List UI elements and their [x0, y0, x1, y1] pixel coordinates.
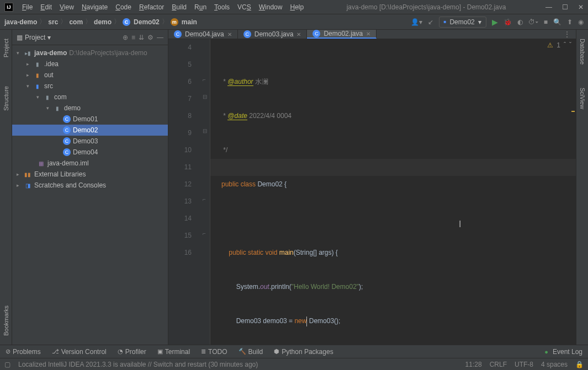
tool-build[interactable]: 🔨 Build: [239, 348, 263, 356]
sync-icon[interactable]: ⬆: [567, 18, 573, 26]
tree-external-libraries[interactable]: ▸▮▮External Libraries: [12, 169, 168, 180]
line-number[interactable]: 10: [168, 142, 192, 159]
menu-refactor[interactable]: Refactor: [136, 2, 167, 12]
breadcrumb-src[interactable]: src: [48, 18, 58, 26]
line-number[interactable]: 7: [168, 90, 192, 108]
tree-class-demo02[interactable]: CDemo02: [12, 125, 168, 136]
expand-all-icon[interactable]: ≡: [131, 34, 135, 41]
line-number[interactable]: 13: [168, 193, 192, 210]
menu-tools[interactable]: Tools: [211, 2, 233, 12]
tab-close-icon[interactable]: ✕: [366, 31, 370, 37]
close-icon[interactable]: ✕: [578, 3, 584, 11]
status-indent[interactable]: 4 spaces: [541, 361, 568, 368]
line-number[interactable]: 16: [168, 244, 192, 261]
tab-demo02[interactable]: CDemo02.java✕: [307, 30, 377, 39]
line-number[interactable]: 9: [168, 125, 192, 142]
tree-class-demo01[interactable]: CDemo01: [12, 114, 168, 125]
tree-idea-folder[interactable]: ▸▮.idea: [12, 58, 168, 69]
add-user-icon[interactable]: 👤▾: [411, 18, 422, 26]
line-number[interactable]: 4: [168, 39, 192, 56]
line-number[interactable]: 12: [168, 176, 192, 193]
menu-help[interactable]: Help: [287, 2, 307, 12]
status-line-separator[interactable]: CRLF: [490, 361, 507, 368]
coverage-icon[interactable]: ◐: [517, 18, 523, 26]
collapse-all-icon[interactable]: ⇊: [139, 34, 144, 41]
breadcrumb-class[interactable]: Demo02: [134, 18, 160, 26]
tool-label: Event Log: [553, 348, 582, 356]
fold-close-icon[interactable]: ⌐: [203, 77, 206, 83]
maximize-icon[interactable]: ☐: [562, 3, 568, 11]
line-number[interactable]: 14: [168, 210, 192, 227]
run-icon[interactable]: ▶: [492, 18, 498, 26]
tool-todo[interactable]: ≣ TODO: [201, 348, 227, 356]
left-tab-project[interactable]: Project: [2, 35, 10, 61]
tool-profiler[interactable]: ◔ Profiler: [118, 348, 146, 356]
tab-demo03[interactable]: CDemo03.java✕: [238, 30, 308, 39]
right-tab-sciview[interactable]: SciView: [578, 84, 587, 112]
breadcrumb-demo[interactable]: demo: [94, 18, 112, 26]
menu-run[interactable]: Run: [191, 2, 210, 12]
status-toggle-icon[interactable]: ▢: [4, 361, 10, 368]
tree-demo-folder[interactable]: ▾▮demo: [12, 103, 168, 114]
tool-event-log[interactable]: Event Log: [544, 348, 582, 356]
code-content[interactable]: * @author 水澜 * @date 2022/4/4 0004 */ pu…: [210, 39, 576, 345]
search-icon[interactable]: 🔍: [553, 18, 561, 26]
prev-highlight-icon[interactable]: ˆ: [564, 41, 566, 49]
left-tab-bookmarks[interactable]: Bookmarks: [2, 302, 10, 339]
debug-icon[interactable]: 🐞: [504, 18, 512, 26]
tree-src-folder[interactable]: ▾▮src: [12, 81, 168, 92]
fold-open-icon[interactable]: ⊟: [203, 128, 207, 134]
tree-out-folder[interactable]: ▸▮out: [12, 69, 168, 81]
menu-navigate[interactable]: Navigate: [78, 2, 111, 12]
menu-code[interactable]: Code: [112, 2, 135, 12]
tab-close-icon[interactable]: ✕: [296, 31, 301, 37]
fold-close-icon[interactable]: ⌐: [203, 196, 206, 202]
status-message[interactable]: Localized IntelliJ IDEA 2021.3.3 is avai…: [18, 361, 258, 368]
line-number[interactable]: 6: [168, 73, 192, 90]
status-encoding[interactable]: UTF-8: [515, 361, 533, 368]
profile-icon[interactable]: ⏱▾: [528, 18, 538, 26]
tool-python-packages[interactable]: ⬢ Python Packages: [274, 348, 333, 356]
locate-icon[interactable]: ⊕: [123, 34, 128, 41]
line-number[interactable]: 15: [168, 227, 192, 244]
stop-icon[interactable]: ■: [544, 18, 548, 26]
tab-demo04[interactable]: CDemo04.java✕: [168, 30, 238, 39]
line-number[interactable]: 5: [168, 56, 192, 73]
minimize-icon[interactable]: —: [545, 3, 552, 11]
tab-close-icon[interactable]: ✕: [227, 31, 232, 37]
breadcrumb-method[interactable]: main: [182, 18, 197, 26]
tool-problems[interactable]: ⊘ Problems: [6, 348, 41, 356]
menu-file[interactable]: File: [19, 2, 36, 12]
tree-scratches[interactable]: ▸◨Scratches and Consoles: [12, 180, 168, 191]
tree-class-demo04[interactable]: CDemo04: [12, 147, 168, 158]
menu-window[interactable]: Window: [256, 2, 286, 12]
ide-settings-icon[interactable]: ◉: [578, 18, 584, 26]
left-tab-structure[interactable]: Structure: [2, 83, 10, 114]
menu-view[interactable]: View: [56, 2, 77, 12]
tree-project-root[interactable]: ▾▸▮java-demoD:\IdeaProjects\java-demo: [12, 47, 168, 58]
line-number[interactable]: 11: [168, 159, 192, 176]
line-number[interactable]: 8: [168, 108, 192, 125]
hide-icon[interactable]: —: [157, 34, 163, 41]
inspection-widget[interactable]: ⚠ 1 ˆ ˇ: [547, 41, 571, 49]
tool-version-control[interactable]: ⎇ Version Control: [52, 348, 107, 356]
status-position[interactable]: 11:28: [465, 361, 482, 368]
tool-terminal[interactable]: ▣ Terminal: [157, 348, 190, 356]
fold-close-icon[interactable]: ⌐: [203, 230, 206, 237]
menu-edit[interactable]: Edit: [37, 2, 55, 12]
breadcrumb-project[interactable]: java-demo: [4, 18, 37, 26]
tree-com-folder[interactable]: ▾▮com: [12, 92, 168, 103]
gear-icon[interactable]: ⚙: [147, 34, 153, 41]
project-view-selector[interactable]: Project ▾: [17, 34, 51, 41]
breadcrumb-com[interactable]: com: [69, 18, 83, 26]
status-lock-icon[interactable]: 🔒: [575, 361, 584, 368]
tree-class-demo03[interactable]: CDemo03: [12, 136, 168, 147]
menu-vcs[interactable]: VCS: [234, 2, 255, 12]
menu-build[interactable]: Build: [168, 2, 190, 12]
update-icon[interactable]: ↙: [428, 18, 433, 26]
tab-more-icon[interactable]: ⋮: [558, 30, 576, 39]
right-tab-database[interactable]: Database: [578, 35, 587, 68]
fold-open-icon[interactable]: ⊟: [203, 94, 207, 100]
run-config-selector[interactable]: Demo02 ▾: [439, 17, 486, 28]
tree-iml-file[interactable]: ▦java-demo.iml: [12, 158, 168, 169]
